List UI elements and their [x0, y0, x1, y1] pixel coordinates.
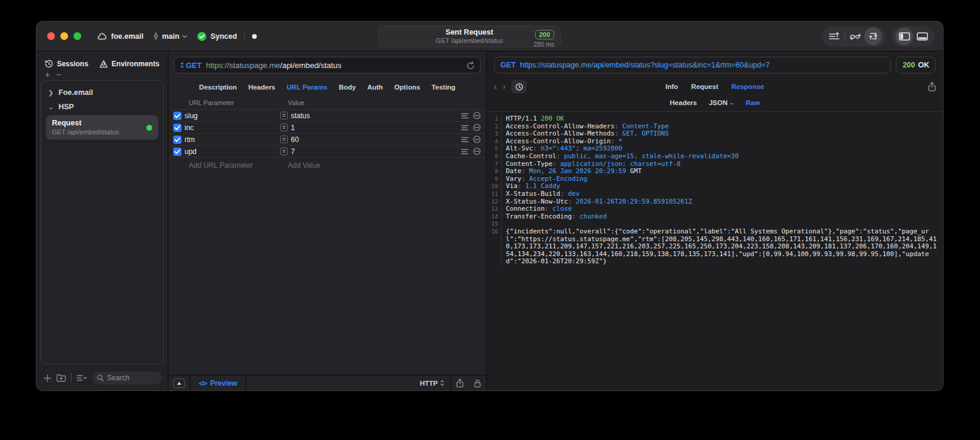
param-name-field[interactable]: upd: [185, 147, 280, 156]
request-tab-testing[interactable]: Testing: [432, 84, 456, 91]
param-enabled-checkbox[interactable]: [173, 112, 182, 120]
param-value-field[interactable]: 7: [291, 147, 459, 156]
add-session-button[interactable]: +: [45, 70, 50, 79]
request-url-input[interactable]: https://statuspage.me/api/embed/status: [206, 61, 466, 70]
share-request-button[interactable]: [451, 379, 469, 387]
param-row[interactable]: rtm = 60: [168, 134, 486, 146]
share-response-button[interactable]: [928, 82, 936, 91]
remove-param-button[interactable]: [471, 147, 483, 155]
lock-button[interactable]: [469, 379, 486, 387]
status-code-badge: 200: [535, 30, 554, 39]
history-forward-button[interactable]: ›: [503, 82, 506, 91]
close-window-button[interactable]: [47, 32, 55, 40]
app-window: foe.email main Synced Sent Request GET /…: [36, 21, 944, 391]
sent-url-text: https://statuspage.me/api/embed/status?s…: [520, 61, 770, 69]
unsaved-indicator-dot: [252, 34, 257, 39]
param-enabled-checkbox[interactable]: [173, 124, 182, 132]
param-name-field[interactable]: inc: [185, 124, 280, 132]
request-tab-description[interactable]: Description: [199, 84, 236, 91]
sidebar-tab-environments[interactable]: Environments: [99, 60, 159, 68]
triangle-up-icon: [177, 381, 182, 385]
minus-circle-icon: [473, 124, 481, 131]
response-subtab-json[interactable]: JSON⌄: [709, 99, 734, 106]
import-export-button[interactable]: [864, 27, 882, 45]
response-subtab-raw[interactable]: Raw: [746, 99, 760, 106]
param-row[interactable]: upd = 7: [168, 146, 486, 158]
request-tab-body[interactable]: Body: [339, 84, 356, 91]
resend-refresh-icon[interactable]: [466, 61, 475, 70]
param-row[interactable]: slug = status: [168, 110, 486, 122]
import-export-icon: [868, 31, 878, 42]
request-tab-options[interactable]: Options: [394, 84, 420, 91]
sessions-tree: ❯ Foe.email ⌄ HSP Request GET /api/embed…: [41, 80, 164, 364]
param-row[interactable]: inc = 1: [168, 122, 486, 134]
minimize-window-button[interactable]: [60, 32, 68, 40]
response-subtab-headers[interactable]: Headers: [670, 99, 697, 106]
new-folder-icon[interactable]: [56, 374, 66, 382]
remove-param-button[interactable]: [471, 124, 483, 131]
request-queue-button[interactable]: [825, 27, 843, 45]
sent-request-summary[interactable]: Sent Request GET /api/embed/status 200 2…: [378, 26, 561, 47]
param-value-field[interactable]: status: [291, 112, 459, 120]
expand-console-button[interactable]: [173, 379, 185, 388]
sent-request-url[interactable]: GET https://statuspage.me/api/embed/stat…: [494, 57, 891, 73]
response-tab-request[interactable]: Request: [691, 83, 718, 90]
response-body[interactable]: 1HTTP/1.1 200 OK2Access-Control-Allow-He…: [487, 112, 943, 390]
sync-flow-button[interactable]: [846, 27, 864, 45]
param-enabled-checkbox[interactable]: [173, 147, 182, 156]
history-back-button[interactable]: ‹: [494, 82, 497, 91]
response-pane: GET https://statuspage.me/api/embed/stat…: [487, 51, 943, 390]
panel-bottom-icon: [917, 32, 928, 41]
response-tab-response[interactable]: Response: [732, 83, 764, 90]
footer-divider: [245, 376, 246, 391]
toggle-sidebar-button[interactable]: [895, 27, 913, 45]
sent-request-subtitle: GET /api/embed/status: [436, 37, 503, 45]
branch-menu[interactable]: main: [153, 32, 188, 41]
remove-param-button[interactable]: [471, 136, 483, 143]
request-tab-auth[interactable]: Auth: [367, 84, 383, 91]
chevron-down-icon: [182, 35, 188, 38]
remove-session-button[interactable]: −: [56, 70, 62, 79]
param-value-field[interactable]: 60: [291, 136, 459, 144]
project-menu[interactable]: foe.email: [97, 32, 143, 41]
param-format-button[interactable]: [459, 149, 471, 155]
param-value-field[interactable]: 1: [291, 124, 459, 132]
request-list-item-selected[interactable]: Request GET /api/embed/status: [46, 115, 158, 140]
method-selector[interactable]: GET: [180, 61, 202, 70]
add-url-parameter-button[interactable]: Add URL Parameter: [189, 161, 288, 170]
add-value-button[interactable]: Add Value: [288, 161, 321, 170]
history-clock-icon: [45, 60, 53, 68]
param-format-button[interactable]: [459, 137, 471, 143]
param-format-button[interactable]: [459, 113, 471, 119]
toggle-bottom-panel-button[interactable]: [913, 27, 931, 45]
history-button[interactable]: [511, 80, 527, 93]
param-enabled-checkbox[interactable]: [173, 136, 182, 144]
sidebar-left-icon: [899, 32, 910, 41]
tree-group-foe-email[interactable]: ❯ Foe.email: [44, 85, 161, 100]
add-request-icon[interactable]: [44, 374, 51, 382]
sidebar-search[interactable]: Search: [92, 371, 162, 384]
response-line: 16{"incidents":null,"overall":{"code":"o…: [487, 228, 943, 266]
preview-button[interactable]: </> Preview: [191, 379, 245, 387]
protocol-selector[interactable]: HTTP: [414, 380, 450, 387]
response-subtabs: HeadersJSON⌄Raw: [487, 96, 943, 112]
param-name-field[interactable]: rtm: [185, 136, 280, 144]
remove-param-button[interactable]: [471, 112, 483, 119]
params-col-name: URL Parameter: [189, 99, 288, 106]
minus-circle-icon: [473, 136, 481, 143]
tree-group-hsp[interactable]: ⌄ HSP: [44, 100, 161, 114]
sync-status[interactable]: Synced: [197, 32, 236, 41]
sessions-tab-label: Sessions: [57, 60, 88, 68]
branch-name: main: [162, 32, 179, 41]
toolbar-group-actions: [822, 26, 886, 47]
request-url-bar[interactable]: GET https://statuspage.me/api/embed/stat…: [174, 57, 481, 73]
zoom-window-button[interactable]: [73, 32, 81, 40]
request-tab-headers[interactable]: Headers: [248, 84, 275, 91]
request-tab-url-params[interactable]: URL Params: [287, 84, 327, 91]
param-name-field[interactable]: slug: [185, 112, 280, 120]
request-footer-bar: </> Preview HTTP: [168, 375, 486, 390]
response-tab-info[interactable]: Info: [665, 83, 678, 90]
param-format-button[interactable]: [459, 125, 471, 131]
sort-options-icon[interactable]: [76, 374, 87, 381]
sidebar-tab-sessions[interactable]: Sessions: [45, 60, 88, 68]
